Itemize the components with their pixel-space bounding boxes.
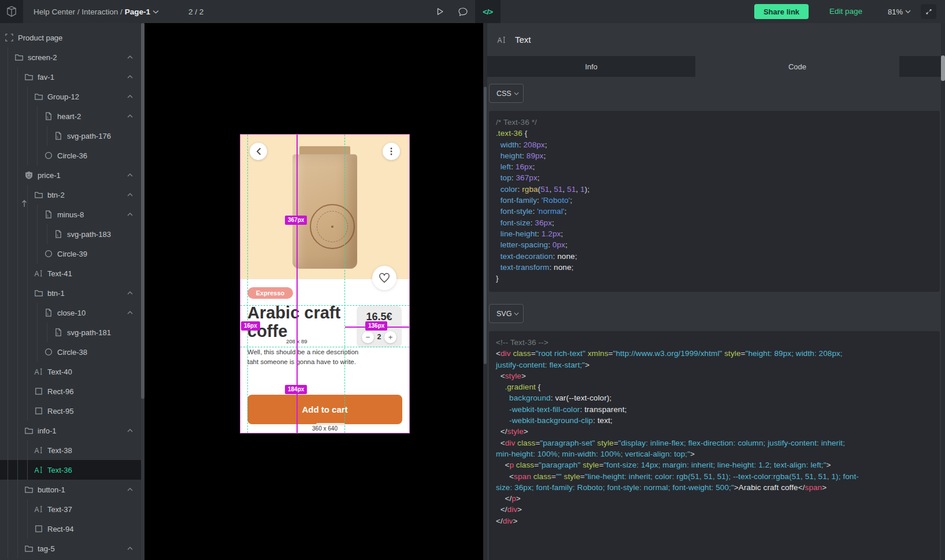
tree-guide [24, 362, 34, 381]
collapse-chevron-icon[interactable] [127, 75, 133, 79]
text-icon: A [34, 465, 43, 474]
category-tag[interactable]: Expresso [247, 287, 293, 299]
collapse-chevron-icon[interactable] [127, 114, 133, 118]
collapse-chevron-icon[interactable] [127, 173, 133, 177]
layer-row-svg-path-176[interactable]: svg-path-176 [0, 126, 141, 146]
layer-row-Circle-38[interactable]: Circle-38 [0, 342, 141, 362]
folder-icon [34, 288, 43, 298]
window-scrollbar-thumb[interactable] [941, 55, 945, 81]
chevron-down-icon [905, 10, 911, 13]
code-line: /* Text-36 */ [496, 117, 933, 128]
play-button[interactable] [432, 0, 447, 23]
layer-row-close-10[interactable]: close-10 [0, 303, 141, 322]
circle-icon [44, 249, 53, 258]
share-link-button[interactable]: Share link [754, 4, 809, 19]
tree-guide [5, 381, 14, 401]
tree-guide [14, 322, 24, 342]
inspector-scrollbar-thumb[interactable] [484, 87, 487, 364]
layer-row-Text-41[interactable]: AText-41 [0, 264, 141, 283]
tree-guide [5, 224, 14, 244]
css-format-dropdown[interactable]: CSS [489, 84, 524, 103]
code-line: left: 16px; [496, 161, 933, 172]
code-line: line-height: 1.2px; [496, 228, 933, 239]
layer-row-Product page[interactable]: Product page [0, 28, 141, 47]
layer-row-Text-36[interactable]: AText-36 [0, 460, 141, 480]
anima-app: Help Center / Interaction / Page-1 2 / 2… [0, 0, 945, 560]
app-logo-icon[interactable] [0, 0, 23, 23]
code-mode-button[interactable]: </> [475, 0, 501, 23]
tree-guide [24, 519, 34, 539]
collapse-chevron-icon[interactable] [127, 55, 133, 59]
preview-frame: ● Expresso Arabic craft coffe 208 x 89 1… [240, 135, 409, 433]
collapse-chevron-icon[interactable] [127, 547, 133, 550]
collapse-chevron-icon[interactable] [127, 95, 133, 98]
collapse-chevron-icon[interactable] [127, 291, 133, 295]
tree-guide [5, 539, 14, 558]
layer-row-Text-37[interactable]: AText-37 [0, 499, 141, 519]
layer-row-screen-2[interactable]: screen-2 [0, 47, 141, 67]
layer-row-heart-2[interactable]: heart-2 [0, 106, 141, 126]
layer-row-Text-40[interactable]: AText-40 [0, 362, 141, 381]
layer-row-Group-12[interactable]: Group-12 [0, 87, 141, 106]
code-line: background: var(--text-color); [496, 392, 933, 403]
layer-row-Rect-96[interactable]: Rect-96 [0, 381, 141, 401]
tab-code[interactable]: Code [695, 56, 899, 77]
code-line: } [496, 273, 933, 284]
layer-row-fav-1[interactable]: fav-1 [0, 67, 141, 87]
layer-row-Circle-39[interactable]: Circle-39 [0, 244, 141, 264]
layer-row-btn-1[interactable]: btn-1 [0, 283, 141, 303]
page-counter: 2 / 2 [188, 0, 203, 23]
fullscreen-button[interactable] [921, 4, 936, 19]
code-line: </div> [496, 504, 933, 515]
layer-row-Circle-36[interactable]: Circle-36 [0, 146, 141, 165]
favorite-button[interactable] [372, 266, 396, 290]
breadcrumb[interactable]: Help Center / Interaction / Page-1 [34, 0, 159, 23]
svg-code-block: <!-- Text-36 --><div class="root rich-te… [489, 331, 940, 560]
layer-label: Text-41 [47, 269, 72, 278]
tree-guide [14, 67, 24, 87]
tree-guide [5, 185, 14, 205]
layer-row-svg-path-183[interactable]: svg-path-183 [0, 224, 141, 244]
layer-row-Text-38[interactable]: AText-38 [0, 440, 141, 460]
svg-format-dropdown[interactable]: SVG [489, 304, 524, 323]
tree-guide [24, 303, 34, 322]
collapse-chevron-icon[interactable] [127, 311, 133, 314]
tree-guide [5, 421, 14, 440]
code-line: .text-36 { [496, 128, 933, 139]
code-line: <style> [496, 370, 933, 381]
code-line: font-size: 36px; [496, 217, 933, 228]
comment-button[interactable] [455, 0, 470, 23]
code-line: <div class="paragraph-set" style="displa… [496, 437, 933, 448]
tree-guide [14, 362, 24, 381]
layer-row-info-1[interactable]: info-1 [0, 421, 141, 440]
layer-row-Rect-95[interactable]: Rect-95 [0, 401, 141, 421]
sidebar-scrollbar-thumb[interactable] [141, 23, 144, 399]
quantity-plus-button[interactable]: + [384, 331, 396, 343]
layer-row-tag-5[interactable]: tag-5 [0, 539, 141, 558]
collapse-chevron-icon[interactable] [127, 213, 133, 216]
text-icon: A [34, 269, 43, 278]
tab-info[interactable]: Info [487, 56, 695, 77]
breadcrumb-current-page[interactable]: Page-1 [125, 8, 150, 16]
layer-row-svg-path-181[interactable]: svg-path-181 [0, 322, 141, 342]
code-line: </p> [496, 493, 933, 504]
back-button[interactable] [250, 143, 267, 160]
edit-page-link[interactable]: Edit page [829, 7, 862, 16]
tree-guide [14, 440, 24, 460]
collapse-chevron-icon[interactable] [127, 488, 133, 491]
layer-row-button-1[interactable]: button-1 [0, 480, 141, 499]
layer-label: info-1 [38, 427, 57, 435]
svg-text:A: A [35, 447, 39, 455]
add-to-cart-button[interactable]: Add to cart [247, 395, 402, 424]
layer-row-price-1[interactable]: price-1 [0, 165, 141, 185]
zoom-control[interactable]: 81% [888, 0, 911, 23]
tree-guide [14, 381, 24, 401]
more-options-button[interactable] [383, 143, 400, 160]
tree-guide [24, 460, 34, 480]
inspector-header: A Text [483, 23, 945, 57]
collapse-chevron-icon[interactable] [127, 193, 133, 196]
layer-row-Rect-94[interactable]: Rect-94 [0, 519, 141, 539]
collapse-chevron-icon[interactable] [127, 429, 133, 432]
chevron-down-icon[interactable] [153, 10, 159, 14]
file-icon [54, 328, 63, 337]
